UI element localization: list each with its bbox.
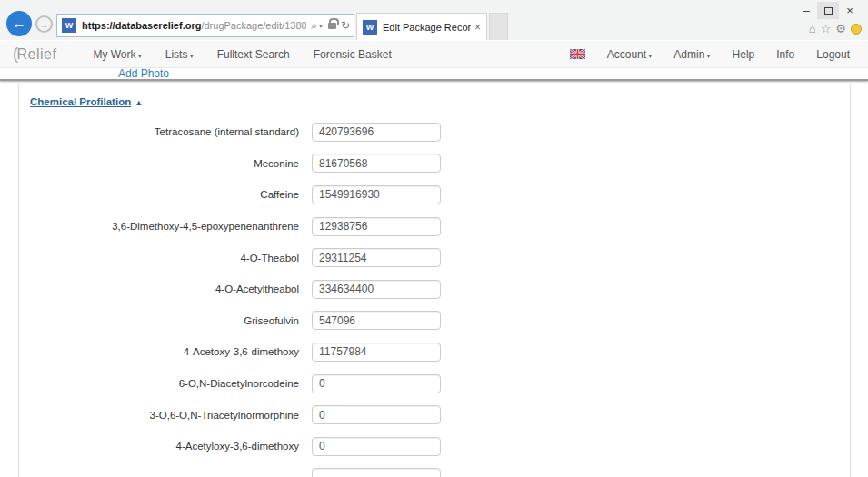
field-label: Meconine bbox=[19, 158, 312, 169]
field-input-caffeine[interactable] bbox=[312, 185, 441, 204]
nav-item-my-work[interactable]: My Work ▾ bbox=[93, 48, 141, 61]
forward-arrow-icon: → bbox=[39, 19, 49, 30]
chevron-down-icon: ▾ bbox=[704, 52, 710, 60]
new-tab-button[interactable] bbox=[489, 13, 508, 40]
window: ← → W https://databaserelief.org/drugPac… bbox=[0, 0, 868, 477]
url-text[interactable]: https://databaserelief.org/drugPackage/e… bbox=[82, 20, 306, 31]
nav-item-account[interactable]: Account ▾ bbox=[607, 48, 653, 61]
tab-title: Edit Package Record bbox=[383, 22, 471, 33]
back-arrow-icon: ← bbox=[12, 15, 26, 32]
navbar-left-items: My Work ▾Lists ▾Fulltext SearchForensic … bbox=[93, 48, 414, 61]
field-row-3-o-6-o-n-triacetylnormorphine: 3-O,6-O,N-Triacetylnormorphine bbox=[19, 399, 850, 431]
nav-item-fulltext-search[interactable]: Fulltext Search bbox=[217, 48, 290, 61]
app-navbar: (Relief My Work ▾Lists ▾Fulltext SearchF… bbox=[0, 41, 868, 68]
browser-back-button[interactable]: ← bbox=[6, 11, 32, 36]
nav-item-help[interactable]: Help bbox=[733, 48, 755, 61]
browser-tab-active[interactable]: W Edit Package Record × bbox=[356, 13, 487, 40]
nav-item-forensic-basket[interactable]: Forensic Basket bbox=[314, 48, 392, 61]
favorites-star-icon[interactable]: ☆ bbox=[821, 22, 832, 35]
navbar-right-items: Account ▾Admin ▾HelpInfoLogout bbox=[570, 48, 850, 61]
field-label: 4-O-Acetyltheabol bbox=[19, 283, 312, 294]
nav-item-lists[interactable]: Lists ▾ bbox=[165, 48, 194, 61]
maximize-button[interactable] bbox=[817, 2, 839, 19]
field-row-4-o-acetyltheabol: 4-O-Acetyltheabol bbox=[19, 273, 850, 305]
field-label: 3-O,6-O,N-Triacetylnormorphine bbox=[19, 410, 312, 421]
uk-flag-icon[interactable] bbox=[570, 49, 585, 59]
add-photo-link[interactable]: Add Photo bbox=[118, 67, 169, 80]
field-row-6-o-n-diacetylnorcodeine: 6-O,N-Diacetylnorcodeine bbox=[19, 368, 850, 400]
field-label: Caffeine bbox=[19, 189, 312, 200]
field-row-meconine: Meconine bbox=[19, 148, 850, 180]
chemical-form: Tetracosane (internal standard)MeconineC… bbox=[19, 116, 850, 477]
field-input-4-o-acetyltheabol[interactable] bbox=[312, 280, 441, 299]
content-panel: Chemical Profilation▲ Tetracosane (inter… bbox=[18, 84, 851, 477]
field-label: 3,6-Dimethoxy-4,5-epoxypenenanthrene bbox=[19, 221, 312, 232]
nav-item-info[interactable]: Info bbox=[776, 48, 794, 61]
field-input-6-o-n-diacetylnorcodeine[interactable] bbox=[312, 374, 441, 393]
address-dropdown-icon[interactable]: ▾ bbox=[319, 22, 323, 30]
field-input-3-6-dimethoxy-4-5-epoxypenenanthrene[interactable] bbox=[312, 217, 441, 236]
field-label: Griseofulvin bbox=[19, 315, 312, 326]
browser-toolbar-icons: ⌂ ☆ ⚙ bbox=[809, 22, 862, 35]
field-input-4-acetoxy-3-6-dimethoxy[interactable] bbox=[312, 343, 441, 362]
url-path: /drugPackage/edit/138001 bbox=[201, 20, 306, 31]
chevron-up-icon[interactable]: ▲ bbox=[135, 98, 143, 107]
chevron-down-icon: ▾ bbox=[646, 52, 652, 60]
field-row-4-o-theabol: 4-O-Theabol bbox=[19, 242, 850, 273]
field-row-caffeine: Caffeine bbox=[19, 179, 850, 211]
brand-logo[interactable]: (Relief bbox=[13, 45, 56, 64]
field-label: 6-O,N-Diacetylnorcodeine bbox=[19, 378, 312, 389]
field-row-4-acetyloxy-3-6-dimethoxy: 4-Acetyloxy-3,6-dimethoxy bbox=[19, 431, 850, 462]
field-row-item bbox=[19, 462, 850, 477]
lock-icon bbox=[328, 23, 336, 29]
minimize-button[interactable]: – bbox=[795, 2, 817, 19]
browser-forward-button[interactable]: → bbox=[35, 15, 53, 33]
field-label: 4-Acetoxy-3,6-dimethoxy bbox=[19, 346, 312, 357]
search-icon[interactable]: ⌕ bbox=[311, 19, 317, 32]
field-row-4-acetoxy-3-6-dimethoxy: 4-Acetoxy-3,6-dimethoxy bbox=[19, 336, 850, 368]
gear-icon[interactable]: ⚙ bbox=[835, 22, 846, 35]
tab-favicon: W bbox=[363, 20, 377, 35]
chevron-down-icon: ▾ bbox=[187, 52, 193, 60]
site-favicon: W bbox=[62, 18, 76, 33]
refresh-icon[interactable]: ↻ bbox=[341, 19, 350, 32]
section-header: Chemical Profilation▲ bbox=[19, 84, 850, 111]
address-bar[interactable]: W https://databaserelief.org/drugPackage… bbox=[56, 14, 354, 37]
url-domain: https://databaserelief.org bbox=[82, 20, 201, 31]
nav-item-logout[interactable]: Logout bbox=[816, 48, 850, 61]
maximize-icon bbox=[824, 7, 833, 15]
field-input-4-o-theabol[interactable] bbox=[312, 248, 441, 267]
field-label: 4-O-Theabol bbox=[19, 253, 312, 263]
field-input-item[interactable] bbox=[312, 468, 441, 477]
field-input-4-acetyloxy-3-6-dimethoxy[interactable] bbox=[312, 437, 441, 456]
field-label: 4-Acetyloxy-3,6-dimethoxy bbox=[19, 441, 312, 452]
home-icon[interactable]: ⌂ bbox=[809, 22, 816, 35]
feedback-smiley-icon[interactable] bbox=[851, 24, 862, 35]
close-button[interactable]: × bbox=[839, 2, 861, 19]
field-row-tetracosane-internal-standard: Tetracosane (internal standard) bbox=[19, 116, 850, 148]
field-input-meconine[interactable] bbox=[312, 154, 441, 173]
section-toggle-link[interactable]: Chemical Profilation bbox=[30, 96, 131, 107]
window-controls: – × bbox=[795, 2, 861, 19]
field-row-3-6-dimethoxy-4-5-epoxypenenanthrene: 3,6-Dimethoxy-4,5-epoxypenenanthrene bbox=[19, 211, 850, 243]
field-input-griseofulvin[interactable] bbox=[312, 311, 441, 330]
chevron-down-icon: ▾ bbox=[136, 52, 142, 60]
field-input-3-o-6-o-n-triacetylnormorphine[interactable] bbox=[312, 405, 441, 424]
tab-close-icon[interactable]: × bbox=[474, 21, 481, 34]
browser-chrome: ← → W https://databaserelief.org/drugPac… bbox=[0, 0, 868, 40]
field-input-tetracosane-internal-standard[interactable] bbox=[312, 123, 441, 142]
field-row-griseofulvin: Griseofulvin bbox=[19, 305, 850, 337]
navbar-shadow bbox=[0, 79, 868, 81]
field-label: Tetracosane (internal standard) bbox=[19, 126, 312, 137]
nav-item-admin[interactable]: Admin ▾ bbox=[673, 48, 710, 61]
brand-label: Relief bbox=[17, 46, 57, 62]
